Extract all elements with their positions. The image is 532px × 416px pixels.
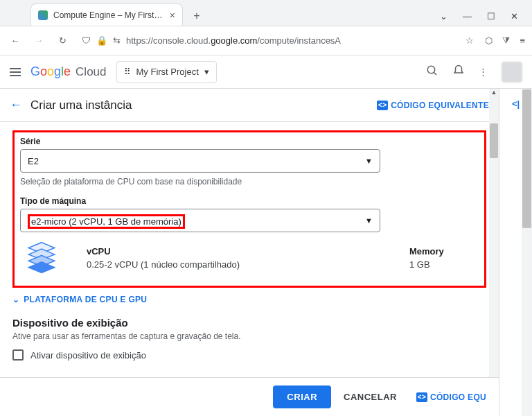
browser-tab-strip: Compute Engine – My First Proj × + ⌄ — ☐… [0,0,532,26]
memory-head: Memory [409,246,479,257]
page-title: Criar uma instância [30,98,132,112]
project-picker[interactable]: ⠿ My First Project ▾ [116,61,217,83]
address-bar: ← → ↻ 🛡 🔒 ⇆ https://console.cloud.google… [0,26,532,55]
project-dots-icon: ⠿ [124,67,131,77]
back-button[interactable]: ← [7,33,24,49]
display-checkbox-label: Ativar dispositivo de exibição [30,350,146,361]
svg-point-0 [427,66,435,73]
vcpu-head: vCPU [87,246,382,257]
display-checkbox[interactable] [12,349,24,361]
create-button[interactable]: CRIAR [273,385,331,408]
series-dropdown[interactable]: E2 ▼ [20,149,380,173]
svg-marker-5 [28,262,55,273]
form-footer: CRIAR CANCELAR <> CÓDIGO EQU [0,377,499,416]
highlight-box: Série E2 ▼ Seleção de plataforma de CPU … [12,130,486,288]
account-avatar[interactable] [502,62,522,83]
cloud-header: Google Cloud ⠿ My First Project ▾ ⋮ [0,55,532,89]
series-value: E2 [28,156,39,166]
scrollbar-thumb[interactable] [490,123,498,158]
close-tab-icon[interactable]: × [170,10,175,21]
shield-icon[interactable]: 🛡 [82,35,91,46]
toggle-icon[interactable]: ⇆ [113,35,121,46]
tab-title: Compute Engine – My First Proj [53,10,164,20]
cpu-gpu-platform-expander[interactable]: ⌄ PLATAFORMA DE CPU E GPU [12,295,486,304]
svg-line-1 [434,72,436,75]
forward-button[interactable]: → [30,33,47,49]
window-scrollbar[interactable] [522,89,532,416]
pocket-icon[interactable]: ⬡ [485,35,493,46]
scrollbar-thumb[interactable] [522,89,531,228]
series-hint: Seleção de plataforma de CPU com base na… [20,177,479,187]
caret-down-icon: ▼ [365,157,373,165]
series-label: Série [20,137,479,146]
cancel-button[interactable]: CANCELAR [344,392,397,402]
display-section-title: Dispositivo de exibição [12,317,486,329]
google-cloud-logo[interactable]: Google Cloud [30,64,107,79]
project-name: My First Project [136,67,199,77]
memory-value: 1 GB [409,259,479,270]
more-icon[interactable]: ⋮ [479,67,488,77]
footer-code-link[interactable]: <> CÓDIGO EQU [416,392,486,402]
menu-icon[interactable]: ≡ [520,35,525,46]
url-box[interactable]: 🛡 🔒 ⇆ https://console.cloud.google.com/c… [78,35,478,46]
notifications-icon[interactable] [452,64,465,79]
search-icon[interactable] [426,64,438,79]
caret-down-icon: ▼ [365,216,373,225]
maximize-icon[interactable]: ☐ [487,11,495,21]
close-window-icon[interactable]: ✕ [511,11,518,21]
favicon-icon [38,10,48,20]
code-icon: <> [377,101,388,110]
machine-type-value: e2-micro (2 vCPU, 1 GB de memória) [28,214,185,229]
reload-button[interactable]: ↻ [54,33,71,49]
code-equivalent-link[interactable]: <> CÓDIGO EQUIVALENTE [377,101,489,110]
browser-tab[interactable]: Compute Engine – My First Proj × [30,3,183,26]
new-tab-button[interactable]: + [187,6,206,26]
machine-type-dropdown[interactable]: e2-micro (2 vCPU, 1 GB de memória) ▼ [20,209,380,232]
chevron-down-icon: ⌄ [12,295,19,304]
lock-icon[interactable]: 🔒 [96,35,107,46]
window-controls: ⌄ — ☐ ✕ [440,11,528,26]
display-section-desc: Ative para usar as ferramentas de captur… [12,331,486,341]
page-back-button[interactable]: ← [10,98,22,112]
machine-summary: vCPU 0.25-2 vCPU (1 núcleo compartilhado… [20,239,479,276]
display-checkbox-row[interactable]: Ativar dispositivo de exibição [12,349,486,361]
code-icon: <> [416,392,427,402]
extensions-icon[interactable]: ⧩ [502,35,510,46]
hamburger-menu-icon[interactable] [10,68,21,76]
machine-type-label: Tipo de máquina [20,196,479,206]
page-bar: ← Criar uma instância <> CÓDIGO EQUIVALE… [0,89,499,122]
vcpu-value: 0.25-2 vCPU (1 núcleo compartilhado) [87,259,382,270]
inner-scrollbar[interactable]: ▲ [489,89,499,377]
chevron-down-icon[interactable]: ⌄ [440,11,447,21]
form-body: Série E2 ▼ Seleção de plataforma de CPU … [0,122,499,377]
star-icon[interactable]: ☆ [466,35,474,46]
machine-stack-icon [24,239,59,276]
caret-down-icon: ▾ [204,67,209,77]
url-text: https://console.cloud.google.com/compute… [126,35,460,46]
minimize-icon[interactable]: — [463,11,472,21]
